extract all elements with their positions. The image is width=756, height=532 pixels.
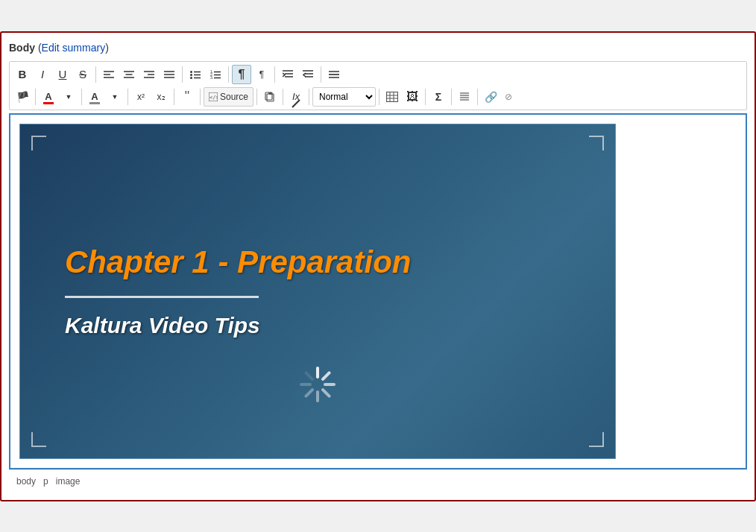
font-color-dropdown[interactable]: ▼ [59, 87, 78, 107]
separator-14 [379, 89, 379, 105]
separator-5 [321, 66, 321, 83]
toc-button[interactable] [455, 87, 474, 107]
svg-line-51 [323, 390, 329, 396]
status-bar: body p image [9, 469, 747, 493]
subscript-button[interactable]: x₂ [151, 87, 171, 107]
paragraph-mark-button[interactable]: ¶ [252, 65, 271, 84]
unlink-icon: ⊘ [505, 92, 517, 102]
align-center-button[interactable] [119, 65, 139, 84]
svg-point-16 [190, 77, 192, 79]
bullet-list-button[interactable] [186, 65, 205, 84]
horizontal-rule-button[interactable] [324, 65, 344, 84]
blockquote-button[interactable]: ¶ [232, 65, 251, 84]
chapter-title: Chapter 1 - Preparation [65, 244, 570, 281]
svg-point-14 [190, 74, 192, 76]
blockquote2-button[interactable]: " [177, 87, 197, 107]
outdent-button[interactable] [298, 65, 318, 84]
separator-6 [35, 89, 36, 105]
video-subtitle: Kaltura Video Tips [65, 313, 570, 338]
insert-image-button[interactable]: 🖼 [403, 87, 422, 107]
toolbar: B I U S 1.2.3. ¶ [9, 61, 747, 110]
table-icon [386, 92, 398, 102]
separator-7 [81, 89, 82, 105]
separator-8 [127, 89, 128, 105]
editor-header: Body (Edit summary) [9, 40, 747, 55]
justify-button[interactable] [160, 65, 179, 84]
toolbar-row-1: B I U S 1.2.3. ¶ [13, 65, 743, 87]
separator-1 [95, 66, 96, 83]
table-button[interactable] [382, 87, 402, 107]
status-body: body [16, 476, 36, 487]
status-image: image [56, 476, 81, 487]
link-button[interactable]: 🔗 [481, 87, 500, 107]
bg-color-button[interactable]: A [85, 87, 104, 107]
svg-point-12 [190, 71, 192, 73]
bold-button[interactable]: B [13, 65, 32, 84]
svg-line-49 [323, 373, 329, 379]
clear-formatting-button[interactable]: Ix [286, 87, 306, 107]
svg-rect-38 [387, 92, 398, 101]
separator-11 [256, 89, 257, 105]
align-right-button[interactable] [139, 65, 159, 84]
paste-icon [264, 92, 276, 102]
svg-text:</>: </> [210, 95, 218, 101]
bg-color-dropdown[interactable]: ▼ [105, 87, 125, 107]
spinner-icon [292, 358, 344, 414]
separator-3 [228, 66, 229, 83]
source-label: Source [220, 92, 248, 102]
equation-button[interactable]: Σ [429, 87, 448, 107]
status-p: p [43, 476, 48, 487]
separator-17 [477, 89, 478, 105]
source-icon: </> [209, 92, 218, 101]
separator-13 [309, 89, 309, 105]
unlink-button[interactable]: ⊘ [501, 87, 520, 107]
svg-text:⊘: ⊘ [505, 92, 512, 102]
toolbar-row-2: 🏴 A ▼ A ▼ x² x₂ " </> Source [13, 87, 743, 110]
svg-text:3.: 3. [210, 75, 213, 79]
svg-line-55 [306, 373, 312, 379]
indent-button[interactable] [278, 65, 297, 84]
separator-12 [283, 89, 283, 105]
numbered-list-button[interactable]: 1.2.3. [206, 65, 225, 84]
flag-button[interactable]: 🏴 [13, 87, 32, 107]
separator-16 [451, 89, 452, 105]
toc-icon [459, 92, 470, 102]
underline-button[interactable]: U [53, 65, 72, 84]
body-label: Body [9, 42, 35, 54]
strikethrough-button[interactable]: S [73, 65, 92, 84]
separator-2 [182, 66, 183, 83]
editor-area[interactable]: Chapter 1 - Preparation Kaltura Video Ti… [9, 113, 747, 469]
video-embed: Chapter 1 - Preparation Kaltura Video Ti… [19, 124, 616, 459]
separator-4 [274, 66, 275, 83]
format-select[interactable]: Normal Heading 1 Heading 2 Heading 3 [312, 87, 376, 107]
separator-9 [174, 89, 174, 105]
italic-button[interactable]: I [33, 65, 52, 84]
editor-container: Body (Edit summary) B I U S [0, 31, 756, 501]
align-left-button[interactable] [99, 65, 119, 84]
font-color-button[interactable]: A [39, 87, 58, 107]
separator-10 [200, 89, 201, 105]
divider-line [65, 296, 259, 298]
source-button[interactable]: </> Source [204, 87, 253, 107]
superscript-button[interactable]: x² [131, 87, 151, 107]
edit-summary-link[interactable]: Edit summary [42, 42, 106, 54]
separator-15 [425, 89, 426, 105]
svg-line-53 [306, 390, 312, 396]
paste-as-text-button[interactable] [260, 87, 280, 107]
